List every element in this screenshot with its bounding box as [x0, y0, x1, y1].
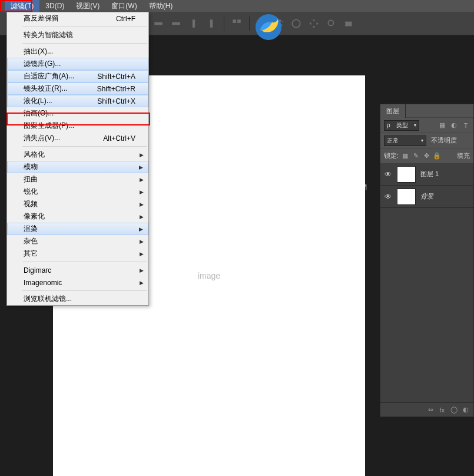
menu-item[interactable]: 风格化▶	[7, 148, 148, 161]
menu-separator	[22, 146, 147, 147]
menu-item[interactable]: 液化(L)...Shift+Ctrl+X	[7, 95, 148, 107]
menu-separator	[22, 262, 147, 262]
menu-view[interactable]: 视图(V)	[70, 0, 105, 12]
tool-icon-4[interactable]	[206, 18, 217, 29]
visibility-icon[interactable]: 👁	[384, 193, 392, 201]
menu-item[interactable]: 自适应广角(A)...Shift+Ctrl+A	[7, 70, 148, 82]
filter-adjust-icon[interactable]: ◐	[450, 121, 458, 130]
menu-item[interactable]: 其它▶	[7, 247, 148, 260]
layers-panel-footer: ⇔ fx ◯ ◐	[380, 402, 473, 416]
app-logo	[254, 13, 283, 41]
layers-tab[interactable]: 图层	[380, 104, 406, 118]
svg-rect-5	[237, 19, 241, 23]
camera-icon[interactable]	[344, 18, 354, 29]
pan-icon[interactable]	[309, 18, 319, 29]
layer-thumbnail[interactable]	[397, 166, 416, 183]
submenu-arrow-icon: ▶	[140, 280, 144, 286]
filter-text-icon[interactable]: T	[462, 121, 470, 130]
lock-position-icon[interactable]: ✥	[422, 152, 430, 160]
layer-mask-icon[interactable]: ◯	[450, 406, 458, 414]
blend-row: 正常▾ 不透明度	[380, 133, 473, 148]
layer-list: 👁 图层 1 👁 背景	[380, 163, 473, 402]
menu-item[interactable]: 扭曲▶	[7, 173, 148, 186]
menu-item[interactable]: Digimarc▶	[7, 264, 148, 276]
svg-point-7	[328, 20, 333, 25]
submenu-arrow-icon: ▶	[139, 226, 143, 232]
lock-pixels-icon[interactable]: ✎	[412, 152, 420, 160]
menu-item[interactable]: 图案生成器(P)...	[7, 120, 148, 132]
menu-separator	[22, 290, 147, 291]
watermark: 三联网 3LIAN.COM	[289, 183, 367, 193]
filter-pixel-icon[interactable]: ▦	[438, 121, 446, 130]
svg-rect-2	[193, 19, 195, 28]
filter-dropdown: 高反差保留Ctrl+F转换为智能滤镜抽出(X)...滤镜库(G)...自适应广角…	[6, 12, 149, 306]
submenu-arrow-icon: ▶	[140, 152, 144, 158]
adjustment-layer-icon[interactable]: ◐	[462, 406, 470, 414]
menu-item[interactable]: 杂色▶	[7, 235, 148, 247]
tool-icon-1[interactable]	[153, 18, 164, 29]
layers-panel: 图层 ρ 类型▾ ▦ ◐ T 正常▾ 不透明度 锁定: ▦ ✎ ✥ 🔒 填充 👁…	[380, 104, 474, 417]
menu-item[interactable]: 油画(O)...	[7, 107, 148, 120]
menu-item[interactable]: 镜头校正(R)...Shift+Ctrl+R	[7, 82, 148, 95]
panel-tabs: 图层	[380, 104, 473, 117]
submenu-arrow-icon: ▶	[140, 214, 144, 220]
tool-icon-2[interactable]	[171, 18, 181, 29]
svg-point-6	[292, 19, 300, 28]
toolbar-separator	[224, 16, 224, 31]
link-layers-icon[interactable]: ⇔	[426, 406, 435, 414]
menu-help[interactable]: 帮助(H)	[143, 0, 179, 12]
submenu-arrow-icon: ▶	[140, 251, 144, 257]
submenu-arrow-icon: ▶	[139, 164, 143, 170]
layer-fx-icon[interactable]: fx	[438, 406, 446, 414]
svg-rect-0	[154, 22, 163, 25]
submenu-arrow-icon: ▶	[140, 239, 144, 244]
layer-item[interactable]: 👁 背景	[380, 186, 473, 208]
filter-type-select[interactable]: ρ 类型▾	[384, 120, 419, 131]
menubar: 滤镜(T) 3D(D) 视图(V) 窗口(W) 帮助(H)	[0, 0, 474, 12]
menu-item[interactable]: 抽出(X)...	[7, 45, 148, 58]
lock-label: 锁定:	[384, 151, 399, 160]
lock-transparent-icon[interactable]: ▦	[401, 152, 409, 160]
svg-rect-1	[172, 22, 180, 25]
svg-rect-8	[345, 21, 352, 26]
opacity-label: 不透明度	[431, 136, 457, 145]
layer-thumbnail[interactable]	[397, 189, 416, 205]
lock-row: 锁定: ▦ ✎ ✥ 🔒 填充	[380, 148, 473, 163]
menu-item[interactable]: 滤镜库(G)...	[7, 58, 148, 70]
submenu-arrow-icon: ▶	[140, 177, 144, 183]
submenu-arrow-icon: ▶	[140, 201, 144, 207]
tool-icon-3[interactable]	[188, 18, 199, 29]
layer-name[interactable]: 背景	[420, 192, 433, 201]
menu-item[interactable]: Imagenomic▶	[7, 276, 148, 289]
fill-label: 填充	[457, 151, 470, 160]
menu-separator	[22, 27, 147, 27]
menu-item[interactable]: 浏览联机滤镜...	[7, 293, 148, 305]
submenu-arrow-icon: ▶	[140, 267, 144, 273]
layer-filter-row: ρ 类型▾ ▦ ◐ T	[380, 117, 473, 133]
menu-filter[interactable]: 滤镜(T)	[5, 0, 39, 12]
layer-item[interactable]: 👁 图层 1	[380, 163, 473, 186]
menu-item[interactable]: 锐化▶	[7, 186, 148, 198]
orbit-icon[interactable]	[291, 18, 301, 29]
menu-item[interactable]: 消失点(V)...Alt+Ctrl+V	[7, 132, 148, 144]
blend-mode-select[interactable]: 正常▾	[384, 135, 426, 146]
menu-item[interactable]: 模糊▶	[7, 161, 148, 173]
svg-rect-3	[210, 19, 213, 28]
layer-name[interactable]: 图层 1	[420, 170, 439, 178]
menu-item[interactable]: 渲染▶	[7, 223, 148, 235]
submenu-arrow-icon: ▶	[140, 189, 144, 195]
lock-all-icon[interactable]: 🔒	[433, 152, 441, 160]
tool-icon-5[interactable]	[231, 18, 242, 29]
zoom-3d-icon[interactable]	[326, 18, 337, 29]
menu-item[interactable]: 转换为智能滤镜	[7, 29, 148, 41]
toolbar-separator-2	[249, 16, 250, 31]
visibility-icon[interactable]: 👁	[384, 170, 392, 178]
menu-window[interactable]: 窗口(W)	[105, 0, 142, 12]
menu-item[interactable]: 像素化▶	[7, 210, 148, 223]
svg-rect-4	[233, 19, 236, 23]
menu-item[interactable]: 视频▶	[7, 198, 148, 210]
menu-separator	[22, 43, 147, 44]
menu-item[interactable]: 高反差保留Ctrl+F	[7, 12, 148, 25]
menu-3d[interactable]: 3D(D)	[39, 1, 70, 11]
